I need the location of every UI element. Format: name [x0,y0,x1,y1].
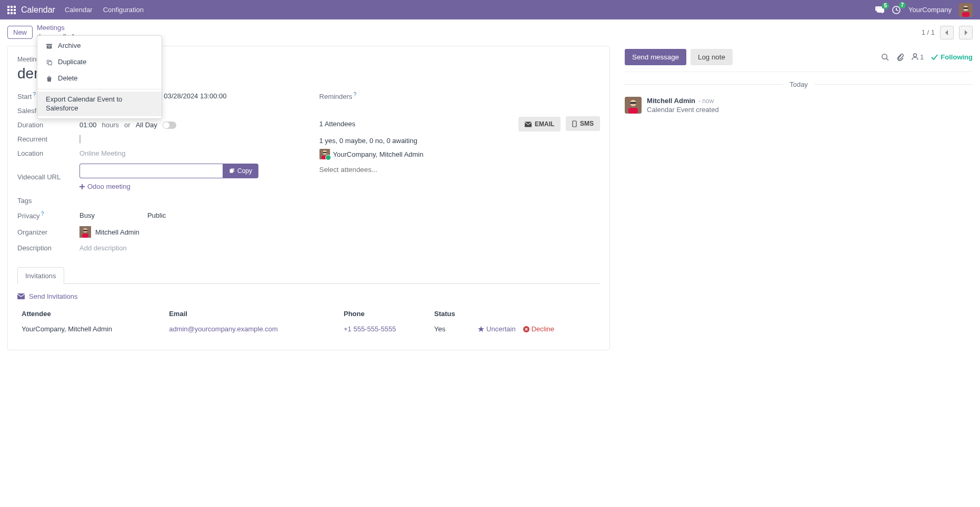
cell-phone[interactable]: +1 555-555-5555 [344,325,396,333]
attendees-summary: 1 yes, 0 maybe, 0 no, 0 awaiting [319,137,601,145]
company-name[interactable]: YourCompany [908,6,952,14]
recurrent-checkbox[interactable] [79,135,81,144]
nav-configuration[interactable]: Configuration [103,6,144,14]
svg-rect-14 [83,230,87,231]
message-avatar [625,97,642,114]
gear-dropdown: Archive Duplicate Delete Export Calendar… [37,35,162,119]
description-input[interactable]: Add description [79,244,298,252]
svg-rect-20 [323,152,327,153]
svg-rect-7 [48,46,50,47]
email-button[interactable]: EMAIL [518,117,561,131]
user-avatar[interactable] [959,3,973,17]
sms-label: SMS [580,120,594,127]
svg-rect-9 [48,62,52,65]
controlbar: New Meetings demo call Archive Duplicate… [0,19,980,46]
breadcrumb-parent[interactable]: Meetings [37,24,76,33]
new-button[interactable]: New [7,26,33,39]
apps-icon[interactable] [7,6,16,14]
svg-rect-3 [963,7,968,9]
activity-badge: 7 [899,2,906,8]
odoo-meeting-link[interactable]: Odoo meeting [79,182,298,190]
pager-count: 1 / 1 [922,28,935,36]
menu-export-salesforce[interactable]: Export Calendar Event to Salesforce [37,92,162,117]
tags-label: Tags [17,197,70,205]
cell-email[interactable]: admin@yourcompany.example.com [169,325,278,333]
videocall-url-input[interactable] [79,164,223,178]
allday-toggle[interactable] [163,121,176,129]
copy-label: Copy [237,167,252,175]
menu-divider [37,89,162,89]
search-icon[interactable] [881,53,889,61]
menu-export-label: Export Calendar Event to Salesforce [46,95,153,113]
svg-point-24 [882,54,887,59]
allday-label: All Day [136,121,157,129]
menu-archive-label: Archive [58,42,81,50]
followers-icon[interactable]: 1 [912,53,924,61]
location-input[interactable]: Online Meeting [79,149,298,157]
th-status: Status [430,307,474,321]
log-note-button[interactable]: Log note [691,49,733,65]
send-invitations-link[interactable]: Send Invitations [17,292,600,300]
menu-duplicate-label: Duplicate [58,58,86,67]
decline-label: Decline [532,325,554,333]
chatter-message: Mitchell Admin - now Calendar Event crea… [625,97,973,114]
invitations-table: Attendee Email Phone Status YourCompany,… [17,307,600,337]
chat-icon[interactable]: 5 [875,6,884,14]
decline-button[interactable]: Decline [523,325,554,333]
svg-point-25 [914,54,917,57]
videocall-label: Videocall URL [17,173,70,181]
brand: Calendar [21,5,55,15]
chatter: Send message Log note 1 Following Today [617,46,980,114]
recurrent-label: Recurrent [17,135,70,143]
pager: 1 / 1 [922,26,973,39]
topbar: Calendar Calendar Configuration 5 7 Your… [0,0,980,19]
attendee-name: YourCompany, Mitchell Admin [333,150,424,158]
svg-rect-28 [630,102,636,104]
duration-value[interactable]: 01:00 [79,121,97,129]
activity-icon[interactable]: 7 [892,5,901,15]
send-message-button[interactable]: Send message [625,49,686,65]
hours-label: hours [102,121,119,129]
chat-badge: 5 [882,3,889,9]
menu-archive[interactable]: Archive [37,38,162,54]
odoo-meeting-label: Odoo meeting [87,182,131,190]
reminders-label: Reminders? [319,92,601,100]
svg-rect-11 [231,168,234,172]
end-value[interactable]: 03/28/2024 13:00:00 [164,92,226,100]
followers-count: 1 [920,53,924,61]
or-label: or [124,121,131,129]
organizer-value[interactable]: Mitchell Admin [95,228,139,236]
privacy-show[interactable]: Busy [79,211,95,219]
message-author[interactable]: Mitchell Admin [647,97,695,105]
menu-delete[interactable]: Delete [37,70,162,87]
svg-rect-5 [46,44,52,45]
uncertain-button[interactable]: Uncertain [478,325,516,333]
table-row: YourCompany, Mitchell Admin admin@yourco… [17,321,600,337]
svg-rect-29 [628,108,638,114]
th-attendee: Attendee [17,307,165,321]
copy-button[interactable]: Copy [223,164,258,178]
pager-next[interactable] [959,26,973,39]
tabs: Invitations [17,267,600,284]
select-attendees-input[interactable] [319,164,601,176]
nav-calendar[interactable]: Calendar [65,6,93,14]
attendee-avatar [319,149,330,159]
svg-rect-21 [322,156,328,159]
email-label: EMAIL [535,120,554,128]
organizer-avatar [79,226,91,238]
tab-invitations[interactable]: Invitations [17,267,64,284]
separator-today: Today [625,80,973,88]
attendee-chip[interactable]: YourCompany, Mitchell Admin [319,149,601,159]
pager-prev[interactable] [940,26,954,39]
menu-delete-label: Delete [58,74,78,83]
attachment-icon[interactable] [896,53,904,61]
privacy-visibility[interactable]: Public [147,211,166,219]
send-invitations-label: Send Invitations [29,292,78,300]
following-button[interactable]: Following [931,53,973,61]
svg-rect-17 [573,121,576,127]
cell-status: Yes [430,321,474,337]
menu-duplicate[interactable]: Duplicate [37,54,162,70]
privacy-label: Privacy? [17,211,70,220]
th-email: Email [165,307,339,321]
sms-button[interactable]: SMS [566,116,600,131]
